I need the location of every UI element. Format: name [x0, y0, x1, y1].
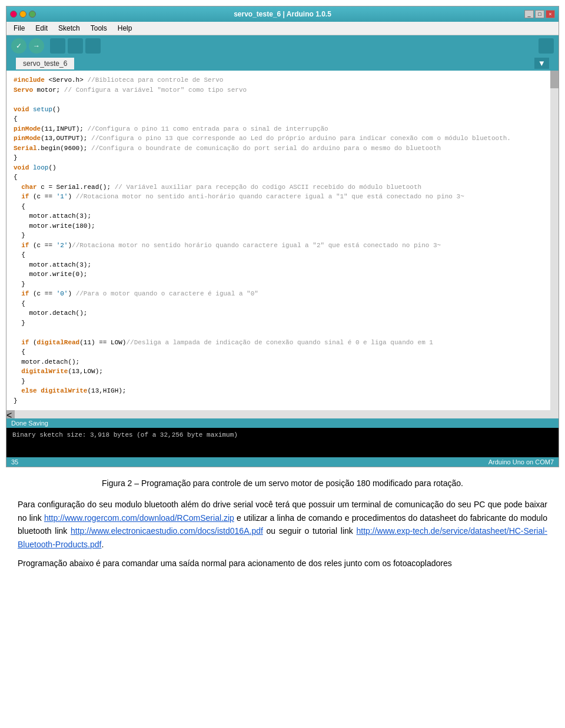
status-bar: Done Saving	[6, 418, 559, 428]
status-text: Done Saving	[11, 420, 48, 427]
paragraph-1: Para configuração do seu modulo bluetoot…	[18, 498, 547, 551]
title-bar-controls	[10, 11, 36, 18]
close-circle[interactable]	[10, 11, 17, 18]
vertical-scrollbar[interactable]	[550, 71, 559, 418]
sketch-tab-bar: servo_teste_6 ▼	[6, 56, 559, 71]
scrollbar-thumb[interactable]	[550, 71, 559, 88]
menu-edit[interactable]: Edit	[33, 23, 50, 34]
window-title: servo_teste_6 | Arduino 1.0.5	[234, 10, 331, 18]
bottom-bar: 35 Arduino Uno on COM7	[6, 457, 559, 467]
close-button[interactable]: ×	[546, 10, 555, 18]
minimize-button[interactable]: _	[524, 10, 534, 18]
save-button[interactable]	[85, 38, 101, 54]
maximize-circle[interactable]	[29, 11, 36, 18]
window-buttons: _ □ ×	[524, 10, 555, 18]
line-number: 35	[11, 458, 18, 466]
sketch-tab-label[interactable]: servo_teste_6	[16, 58, 74, 69]
console-area: Binary sketch size: 3,918 bytes (of a 32…	[6, 428, 559, 457]
code-editor[interactable]: #include <Servo.h> //Biblioteca para con…	[6, 71, 559, 410]
console-output: Binary sketch size: 3,918 bytes (of a 32…	[12, 431, 238, 438]
menu-sketch[interactable]: Sketch	[56, 23, 82, 34]
link-rogercom[interactable]: http://www.rogercom.com/download/RComSer…	[44, 513, 234, 523]
paragraph-2: Programação abaixo é para comandar uma s…	[18, 557, 547, 570]
new-button[interactable]	[50, 38, 65, 54]
figure-caption: Figura 2 – Programação para controle de …	[18, 477, 547, 490]
toolbar: ✓ →	[6, 35, 559, 56]
scroll-left-btn[interactable]: <	[6, 410, 15, 418]
upload-button[interactable]: →	[29, 38, 44, 54]
tab-dropdown-button[interactable]: ▼	[534, 58, 549, 69]
board-info: Arduino Uno on COM7	[488, 458, 554, 466]
menu-bar: File Edit Sketch Tools Help	[6, 22, 559, 35]
page-content: Figura 2 – Programação para controle de …	[18, 477, 547, 570]
open-button[interactable]	[68, 38, 83, 54]
link-electronica[interactable]: http://www.electronicaestudio.com/docs/i…	[71, 526, 263, 536]
code-editor-container[interactable]: #include <Servo.h> //Biblioteca para con…	[6, 71, 559, 418]
horizontal-scrollbar[interactable]: < >	[6, 410, 559, 418]
ide-window: servo_teste_6 | Arduino 1.0.5 _ □ × File…	[6, 6, 559, 467]
minimize-circle[interactable]	[19, 11, 26, 18]
title-bar: servo_teste_6 | Arduino 1.0.5 _ □ ×	[6, 6, 559, 22]
menu-file[interactable]: File	[11, 23, 27, 34]
search-toolbar-button[interactable]	[539, 38, 554, 54]
menu-help[interactable]: Help	[115, 23, 135, 34]
menu-tools[interactable]: Tools	[88, 23, 109, 34]
restore-button[interactable]: □	[535, 10, 544, 18]
verify-button[interactable]: ✓	[11, 38, 26, 54]
